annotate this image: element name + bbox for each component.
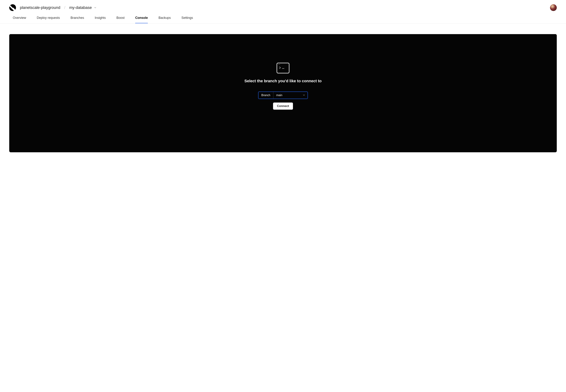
tab-console[interactable]: Console (135, 16, 148, 23)
breadcrumb-row: planetscale-playground / my-database (9, 4, 557, 11)
tab-branches[interactable]: Branches (70, 16, 84, 23)
branch-selector-dropdown[interactable]: main (273, 92, 307, 99)
tabs-nav: Overview Deploy requests Branches Insigh… (0, 16, 566, 23)
console-connect-prompt: Select the branch you'd like to connect … (245, 63, 321, 110)
connect-button[interactable]: Connect (273, 102, 293, 110)
breadcrumb-org[interactable]: planetscale-playground (20, 5, 60, 10)
branch-selector-value: main (276, 94, 282, 97)
chevron-down-icon (303, 94, 305, 97)
tab-insights[interactable]: Insights (95, 16, 106, 23)
breadcrumb-database-dropdown[interactable]: my-database (69, 5, 97, 10)
tab-settings[interactable]: Settings (181, 16, 193, 23)
console-panel: Select the branch you'd like to connect … (9, 34, 557, 152)
tab-backups[interactable]: Backups (158, 16, 171, 23)
tab-deploy-requests[interactable]: Deploy requests (37, 16, 60, 23)
breadcrumb-database-name: my-database (69, 5, 92, 10)
main-content: Select the branch you'd like to connect … (0, 23, 566, 163)
breadcrumb-separator: / (64, 5, 65, 10)
user-avatar[interactable] (550, 4, 557, 11)
tab-overview[interactable]: Overview (13, 16, 26, 23)
branch-selector-label: Branch (259, 92, 273, 99)
tab-boost[interactable]: Boost (116, 16, 124, 23)
console-heading: Select the branch you'd like to connect … (245, 79, 321, 83)
branch-selector: Branch main (258, 92, 308, 99)
planetscale-logo-icon[interactable] (9, 4, 16, 11)
chevron-down-icon (94, 6, 97, 9)
breadcrumb: planetscale-playground / my-database (9, 4, 97, 11)
terminal-icon (276, 63, 290, 73)
